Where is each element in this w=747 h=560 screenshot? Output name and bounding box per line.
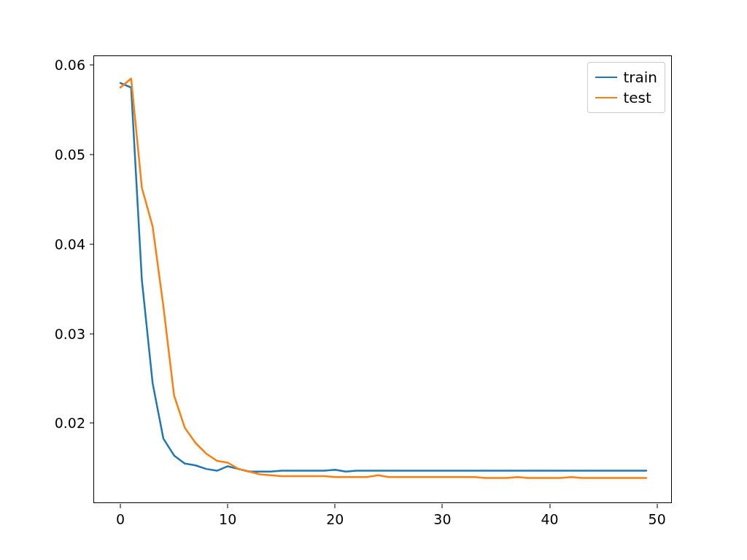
x-tick-label: 20 (326, 511, 344, 527)
chart-figure: traintest 010203040500.020.030.040.050.0… (0, 0, 747, 560)
x-tick-mark (657, 504, 657, 508)
y-tick-label: 0.05 (55, 147, 85, 163)
y-tick-mark (90, 423, 94, 424)
y-tick-label: 0.04 (55, 236, 85, 252)
x-tick-label: 50 (649, 511, 666, 527)
legend-swatch-icon (595, 97, 617, 99)
y-tick-mark (90, 244, 94, 244)
legend: traintest (587, 62, 665, 113)
plot-area (94, 56, 673, 504)
legend-label: train (623, 67, 657, 88)
x-tick-mark (228, 504, 228, 508)
x-tick-mark (549, 504, 550, 508)
y-tick-mark (90, 155, 94, 155)
y-tick-mark (90, 65, 94, 66)
x-tick-mark (442, 504, 443, 508)
y-tick-label: 0.03 (55, 326, 85, 342)
x-tick-label: 0 (116, 511, 125, 527)
series-line-test (120, 79, 646, 478)
x-tick-label: 10 (219, 511, 236, 527)
legend-entry-train: train (595, 67, 657, 88)
legend-label: test (623, 88, 651, 108)
series-line-train (120, 83, 646, 472)
legend-entry-test: test (595, 88, 657, 108)
legend-swatch-icon (595, 77, 617, 79)
x-tick-mark (120, 504, 121, 508)
x-tick-mark (335, 504, 336, 508)
x-tick-label: 30 (433, 511, 451, 527)
y-tick-mark (90, 333, 94, 334)
x-tick-label: 40 (541, 511, 558, 527)
chart-axes: traintest 010203040500.020.030.040.050.0… (93, 55, 672, 503)
y-tick-label: 0.02 (55, 415, 85, 431)
y-tick-label: 0.06 (55, 57, 85, 73)
